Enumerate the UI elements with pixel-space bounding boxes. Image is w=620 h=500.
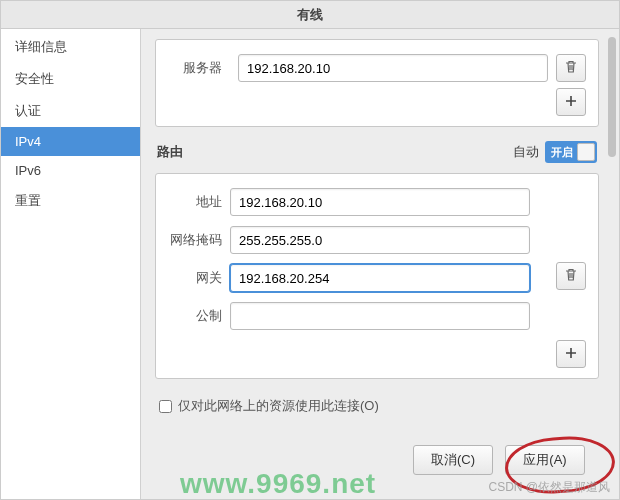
plus-icon [563,345,579,364]
route-netmask-label: 网络掩码 [168,231,230,249]
trash-icon [563,267,579,286]
sidebar-item-details[interactable]: 详细信息 [1,31,140,63]
settings-window: 有线 详细信息 安全性 认证 IPv4 IPv6 重置 服务器 [0,0,620,500]
window-title: 有线 [1,1,619,29]
route-netmask-row: 网络掩码 [168,226,586,254]
sidebar: 详细信息 安全性 认证 IPv4 IPv6 重置 [1,29,141,499]
dns-delete-button[interactable] [556,54,586,82]
scrollbar[interactable] [607,29,617,499]
route-gateway-input[interactable] [230,264,530,292]
trash-icon [563,59,579,78]
route-address-label: 地址 [168,193,230,211]
scrollbar-thumb[interactable] [608,37,616,157]
apply-button[interactable]: 应用(A) [505,445,585,475]
dns-add-row [168,88,586,116]
route-add-row [168,340,586,368]
dns-add-button[interactable] [556,88,586,116]
routes-auto-switch[interactable]: 开启 [545,141,597,163]
scroll-area: 服务器 [155,39,599,435]
route-gateway-row: 网关 [168,264,586,292]
route-metric-input[interactable] [230,302,530,330]
restrict-row: 仅对此网络上的资源使用此连接(O) [155,389,599,423]
routes-header: 路由 自动 开启 [157,141,597,163]
routes-heading: 路由 [157,143,183,161]
window-body: 详细信息 安全性 认证 IPv4 IPv6 重置 服务器 [1,29,619,499]
switch-knob [577,143,595,161]
route-delete-button[interactable] [556,262,586,290]
dns-server-label: 服务器 [168,59,230,77]
sidebar-item-reset[interactable]: 重置 [1,185,140,217]
switch-on-text: 开启 [551,145,573,160]
restrict-checkbox[interactable] [159,400,172,413]
restrict-label: 仅对此网络上的资源使用此连接(O) [178,397,379,415]
routes-auto-label: 自动 [513,143,539,161]
content-pane: 服务器 [141,29,619,499]
route-address-row: 地址 [168,188,586,216]
route-metric-label: 公制 [168,307,230,325]
cancel-button[interactable]: 取消(C) [413,445,493,475]
dns-server-input[interactable] [238,54,548,82]
route-address-input[interactable] [230,188,530,216]
sidebar-item-auth[interactable]: 认证 [1,95,140,127]
sidebar-item-security[interactable]: 安全性 [1,63,140,95]
dns-server-row: 服务器 [168,54,586,82]
route-metric-row: 公制 [168,302,586,330]
route-add-button[interactable] [556,340,586,368]
routes-group: 地址 网络掩码 网关 公制 [155,173,599,379]
sidebar-item-ipv4[interactable]: IPv4 [1,127,140,156]
dns-group: 服务器 [155,39,599,127]
route-netmask-input[interactable] [230,226,530,254]
dialog-footer: 取消(C) 应用(A) [155,435,599,487]
sidebar-item-ipv6[interactable]: IPv6 [1,156,140,185]
route-gateway-label: 网关 [168,269,230,287]
plus-icon [563,93,579,112]
